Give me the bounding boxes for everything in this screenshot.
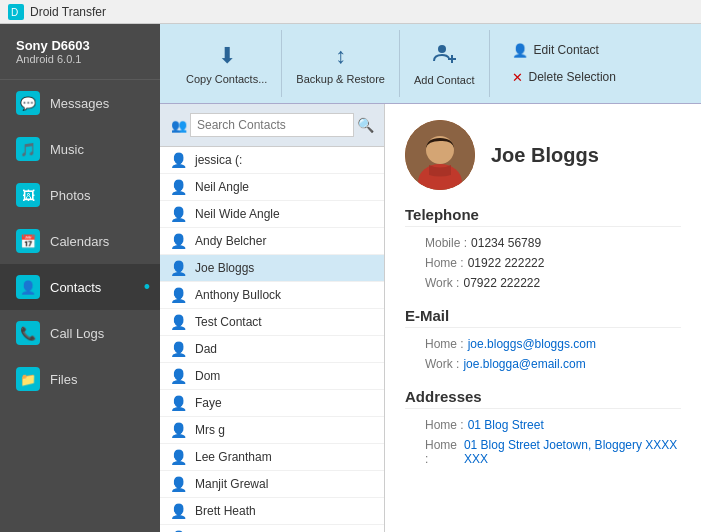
toolbar: ⬇ Copy Contacts... ↕ Backup & Restore Ad… xyxy=(160,24,701,104)
backup-icon: ↕ xyxy=(335,43,346,69)
contacts-icon: 👤 xyxy=(16,275,40,299)
files-icon: 📁 xyxy=(16,367,40,391)
address2-label: Home : xyxy=(425,438,460,466)
address1-label: Home : xyxy=(425,418,464,432)
delete-icon: ✕ xyxy=(512,70,523,85)
delete-selection-button[interactable]: ✕ Delete Selection xyxy=(506,67,622,88)
contact-item[interactable]: 👤 jessica (: xyxy=(160,147,384,174)
contact-item[interactable]: 👤 Brett Heath xyxy=(160,498,384,525)
person-icon: 👤 xyxy=(170,287,187,303)
telephone-section: Telephone Mobile : 01234 56789 Home : 01… xyxy=(405,206,681,293)
body-split: 👥 🔍 👤 jessica (: 👤 Neil Angle 👤 Neil Wid… xyxy=(160,104,701,532)
add-contact-button[interactable]: Add Contact xyxy=(400,30,490,97)
copy-label: Copy Contacts... xyxy=(186,73,267,85)
contact-name: Anthony Bullock xyxy=(195,288,281,302)
contact-item[interactable]: 👤 Neil Wide Angle xyxy=(160,201,384,228)
work-phone-row: Work : 07922 222222 xyxy=(405,273,681,293)
sidebar-item-files[interactable]: 📁 Files xyxy=(0,356,160,402)
home-phone-row: Home : 01922 222222 xyxy=(405,253,681,273)
music-icon: 🎵 xyxy=(16,137,40,161)
calllogs-label: Call Logs xyxy=(50,326,104,341)
contact-item[interactable]: 👤 Faye xyxy=(160,390,384,417)
work-email-label: Work : xyxy=(425,357,459,371)
add-label: Add Contact xyxy=(414,74,475,86)
backup-restore-button[interactable]: ↕ Backup & Restore xyxy=(282,30,400,97)
content-area: ⬇ Copy Contacts... ↕ Backup & Restore Ad… xyxy=(160,24,701,532)
edit-icon: 👤 xyxy=(512,43,528,58)
addresses-title: Addresses xyxy=(405,388,681,409)
sidebar-item-calllogs[interactable]: 📞 Call Logs xyxy=(0,310,160,356)
person-icon: 👤 xyxy=(170,179,187,195)
mobile-label: Mobile : xyxy=(425,236,467,250)
calendars-icon: 📅 xyxy=(16,229,40,253)
contact-name: Neil Wide Angle xyxy=(195,207,280,221)
edit-contact-button[interactable]: 👤 Edit Contact xyxy=(506,40,622,61)
person-icon: 👤 xyxy=(170,341,187,357)
sidebar-item-calendars[interactable]: 📅 Calendars xyxy=(0,218,160,264)
contacts-label: Contacts xyxy=(50,280,101,295)
messages-label: Messages xyxy=(50,96,109,111)
contact-full-name: Joe Bloggs xyxy=(491,144,599,167)
messages-icon: 💬 xyxy=(16,91,40,115)
search-button[interactable]: 🔍 xyxy=(354,112,376,138)
device-os: Android 6.0.1 xyxy=(16,53,144,65)
person-icon: 👤 xyxy=(170,395,187,411)
contact-name: Faye xyxy=(195,396,222,410)
detail-panel: Joe Bloggs Telephone Mobile : 01234 5678… xyxy=(385,104,701,532)
home-phone-value: 01922 222222 xyxy=(468,256,545,270)
person-icon: 👤 xyxy=(170,503,187,519)
contact-item[interactable]: 👤 Mrs g xyxy=(160,417,384,444)
contact-name: jessica (: xyxy=(195,153,242,167)
contact-name: Dad xyxy=(195,342,217,356)
contacts-scroll[interactable]: 👤 jessica (: 👤 Neil Angle 👤 Neil Wide An… xyxy=(160,147,384,532)
app-icon: D xyxy=(8,4,24,20)
contact-item[interactable]: 👤 Dad xyxy=(160,336,384,363)
photos-label: Photos xyxy=(50,188,90,203)
copy-contacts-button[interactable]: ⬇ Copy Contacts... xyxy=(172,30,282,97)
photos-icon: 🖼 xyxy=(16,183,40,207)
home-email-value: joe.bloggs@bloggs.com xyxy=(468,337,596,351)
detail-header: Joe Bloggs xyxy=(405,120,681,190)
home-email-row: Home : joe.bloggs@bloggs.com xyxy=(405,334,681,354)
delete-label: Delete Selection xyxy=(529,70,616,84)
sidebar-item-photos[interactable]: 🖼 Photos xyxy=(0,172,160,218)
sidebar-item-contacts[interactable]: 👤 Contacts xyxy=(0,264,160,310)
work-email-row: Work : joe.blogga@email.com xyxy=(405,354,681,374)
contact-item[interactable]: 👤 Manjit Grewal xyxy=(160,471,384,498)
app-title: Droid Transfer xyxy=(30,5,106,19)
person-list-icon: 👥 xyxy=(168,114,190,136)
contact-item[interactable]: 👤 Andy Belcher xyxy=(160,228,384,255)
contact-item[interactable]: 👤 Dom xyxy=(160,363,384,390)
avatar xyxy=(405,120,475,190)
home-email-label: Home : xyxy=(425,337,464,351)
contact-name: Lee Grantham xyxy=(195,450,272,464)
contact-item[interactable]: 👤 Neil Angle xyxy=(160,174,384,201)
address1-value: 01 Blog Street xyxy=(468,418,544,432)
music-label: Music xyxy=(50,142,84,157)
contact-item[interactable]: 👤 Joe Bloggs xyxy=(160,255,384,282)
mobile-row: Mobile : 01234 56789 xyxy=(405,233,681,253)
contact-item[interactable]: 👤 Tom Henderson xyxy=(160,525,384,532)
search-bar: 👥 🔍 xyxy=(160,104,384,147)
email-section: E-Mail Home : joe.bloggs@bloggs.com Work… xyxy=(405,307,681,374)
toolbar-right-actions: 👤 Edit Contact ✕ Delete Selection xyxy=(490,30,622,97)
copy-icon: ⬇ xyxy=(218,43,236,69)
contact-item[interactable]: 👤 Lee Grantham xyxy=(160,444,384,471)
home-phone-label: Home : xyxy=(425,256,464,270)
sidebar-item-messages[interactable]: 💬 Messages xyxy=(0,80,160,126)
contact-item[interactable]: 👤 Test Contact xyxy=(160,309,384,336)
svg-point-2 xyxy=(438,45,446,53)
svg-text:D: D xyxy=(11,7,18,18)
mobile-value: 01234 56789 xyxy=(471,236,541,250)
address1-row: Home : 01 Blog Street xyxy=(405,415,681,435)
contact-name: Test Contact xyxy=(195,315,262,329)
person-icon: 👤 xyxy=(170,206,187,222)
contact-list-panel: 👥 🔍 👤 jessica (: 👤 Neil Angle 👤 Neil Wid… xyxy=(160,104,385,532)
sidebar-item-music[interactable]: 🎵 Music xyxy=(0,126,160,172)
person-icon: 👤 xyxy=(170,368,187,384)
person-icon: 👤 xyxy=(170,260,187,276)
sidebar: Sony D6603 Android 6.0.1 💬 Messages 🎵 Mu… xyxy=(0,24,160,532)
title-bar: D Droid Transfer xyxy=(0,0,701,24)
contact-item[interactable]: 👤 Anthony Bullock xyxy=(160,282,384,309)
search-input[interactable] xyxy=(190,113,354,137)
